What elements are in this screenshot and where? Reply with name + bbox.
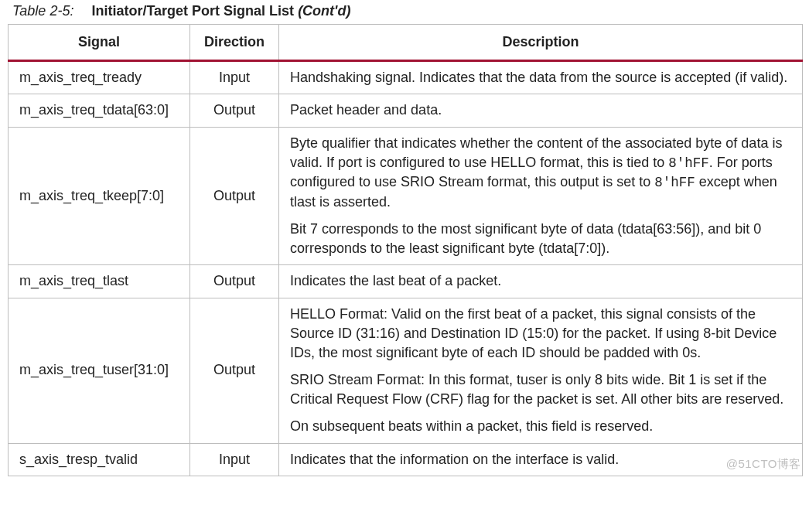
signal-name: m_axis_treq_tkeep[7:0] <box>9 127 190 265</box>
header-direction: Direction <box>190 25 279 61</box>
caption-contd: (Cont'd) <box>298 3 350 19</box>
signal-description: Packet header and data. <box>279 94 803 127</box>
table-row: m_axis_treq_treadyInputHandshaking signa… <box>9 61 803 94</box>
description-paragraph: Packet header and data. <box>290 101 791 120</box>
signal-name: m_axis_treq_tlast <box>9 265 190 298</box>
signal-name: m_axis_treq_tuser[31:0] <box>9 298 190 443</box>
signal-table: Signal Direction Description m_axis_treq… <box>8 24 803 476</box>
signal-direction: Output <box>190 94 279 127</box>
signal-direction: Output <box>190 265 279 298</box>
table-row: m_axis_treq_tlastOutputIndicates the las… <box>9 265 803 298</box>
description-paragraph: Indicates the last beat of a packet. <box>290 271 791 291</box>
description-paragraph: HELLO Format: Valid on the first beat of… <box>290 305 791 363</box>
signal-name: s_axis_tresp_tvalid <box>9 443 190 476</box>
signal-description: HELLO Format: Valid on the first beat of… <box>279 298 803 443</box>
caption-label: Table 2-5: <box>12 3 87 19</box>
description-paragraph: Bit 7 corresponds to the most significan… <box>290 220 791 258</box>
table-row: s_axis_tresp_tvalidInputIndicates that t… <box>9 443 803 476</box>
header-description: Description <box>279 25 803 61</box>
table-row: m_axis_treq_tuser[31:0]OutputHELLO Forma… <box>9 298 803 443</box>
description-paragraph: SRIO Stream Format: In this format, tuse… <box>290 370 791 409</box>
description-paragraph: On subsequent beats within a packet, thi… <box>290 417 791 436</box>
signal-description: Byte qualifier that indicates whether th… <box>279 127 803 265</box>
signal-name: m_axis_treq_tready <box>9 61 190 94</box>
signal-name: m_axis_treq_tdata[63:0] <box>9 94 190 127</box>
header-signal: Signal <box>9 25 190 61</box>
signal-description: Handshaking signal. Indicates that the d… <box>279 61 803 94</box>
table-header-row: Signal Direction Description <box>9 25 803 61</box>
caption-title: Initiator/Target Port Signal List <box>91 3 294 19</box>
signal-direction: Input <box>190 61 279 94</box>
description-paragraph: Handshaking signal. Indicates that the d… <box>290 68 791 87</box>
signal-direction: Input <box>190 443 279 476</box>
description-paragraph: Indicates that the information on the in… <box>290 450 791 469</box>
table-row: m_axis_treq_tdata[63:0]OutputPacket head… <box>9 94 803 127</box>
signal-direction: Output <box>190 127 279 265</box>
table-caption: Table 2-5: Initiator/Target Port Signal … <box>12 3 804 19</box>
signal-description: Indicates the last beat of a packet. <box>279 265 803 298</box>
signal-direction: Output <box>190 298 279 443</box>
signal-description: Indicates that the information on the in… <box>279 443 803 476</box>
table-row: m_axis_treq_tkeep[7:0]OutputByte qualifi… <box>9 127 803 265</box>
description-paragraph: Byte qualifier that indicates whether th… <box>290 134 791 212</box>
